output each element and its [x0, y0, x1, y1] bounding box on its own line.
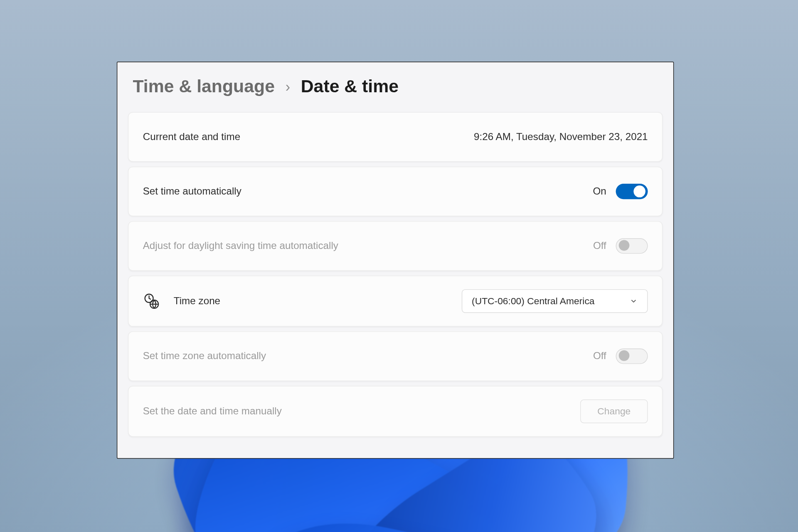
breadcrumb-parent[interactable]: Time & language: [133, 76, 275, 96]
row-set-date-time-manually: Set the date and time manually Change: [128, 386, 663, 437]
row-current-date-time: Current date and time 9:26 AM, Tuesday, …: [128, 112, 663, 162]
set-time-automatically-state: On: [593, 185, 606, 197]
current-date-time-value: 9:26 AM, Tuesday, November 23, 2021: [474, 131, 648, 143]
breadcrumb: Time & language › Date & time: [117, 62, 673, 112]
daylight-saving-toggle: [616, 238, 648, 254]
set-time-zone-automatically-label: Set time zone automatically: [143, 350, 266, 362]
clock-globe-icon: [143, 293, 160, 309]
daylight-saving-state: Off: [593, 240, 606, 252]
set-time-automatically-toggle[interactable]: [616, 184, 648, 199]
row-set-time-automatically: Set time automatically On: [128, 167, 663, 217]
settings-window: Time & language › Date & time Current da…: [117, 62, 674, 458]
settings-panel-list: Current date and time 9:26 AM, Tuesday, …: [117, 112, 673, 448]
set-date-time-manually-label: Set the date and time manually: [143, 405, 282, 417]
set-time-zone-automatically-state: Off: [593, 350, 606, 362]
chevron-right-icon: ›: [286, 78, 290, 95]
chevron-down-icon: [629, 297, 638, 305]
change-date-time-button: Change: [580, 399, 648, 423]
daylight-saving-label: Adjust for daylight saving time automati…: [143, 240, 338, 252]
time-zone-label: Time zone: [174, 295, 220, 307]
row-set-time-zone-automatically: Set time zone automatically Off: [128, 331, 663, 381]
time-zone-selected-value: (UTC-06:00) Central America: [472, 296, 594, 307]
current-date-time-label: Current date and time: [143, 131, 240, 143]
page-title: Date & time: [301, 76, 399, 96]
set-time-automatically-label: Set time automatically: [143, 185, 241, 197]
row-daylight-saving: Adjust for daylight saving time automati…: [128, 221, 663, 271]
row-time-zone: Time zone (UTC-06:00) Central America: [128, 276, 663, 327]
set-time-zone-automatically-toggle: [616, 348, 648, 364]
time-zone-dropdown[interactable]: (UTC-06:00) Central America: [462, 289, 648, 313]
